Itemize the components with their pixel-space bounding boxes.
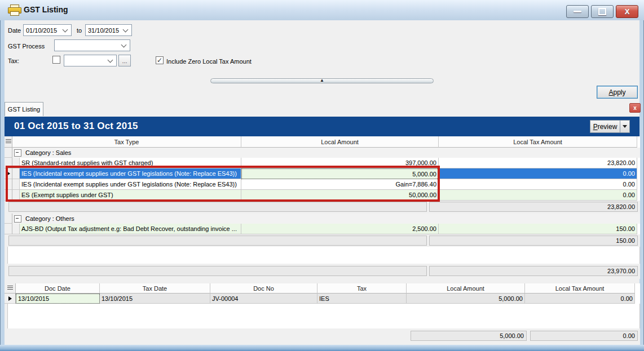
subtotal-value: 23,820.00 [429,202,638,212]
collapse-splitter[interactable]: ▲ [210,78,434,83]
date-to-input[interactable]: 31/10/2015 [85,24,132,36]
column-header-local-amount[interactable]: Local Amount [407,283,525,294]
column-header-doc-no[interactable]: Doc No [210,283,317,294]
column-chooser-icon [7,286,13,291]
focused-cell[interactable]: 5,000.00 [241,168,439,179]
date-label: Date [8,27,21,34]
close-button[interactable]: X [616,5,638,18]
date-from-input[interactable]: 01/10/2015 [23,24,72,36]
row-indicator-icon [7,171,10,176]
grid-empty-area [7,247,640,264]
maximize-icon [598,8,606,15]
gst-process-label: GST Process [8,43,45,50]
group-row-sales[interactable]: Category : Sales [5,148,640,158]
apply-button[interactable]: Apply [597,86,638,99]
column-header-tax-date[interactable]: Tax Date [100,283,210,294]
table-row[interactable]: SR (Standard-rated supplies with GST cha… [5,158,640,168]
tab-gst-listing[interactable]: GST Listing [5,102,43,116]
subtotal-value: 150.00 [429,236,638,246]
summary-grid: Tax Type Local Amount Local Tax Amount C… [5,136,640,279]
column-header-local-tax-amount[interactable]: Local Tax Amount [525,283,635,294]
tax-select[interactable] [64,55,117,66]
tax-label: Tax: [8,57,19,64]
chevron-down-icon [63,26,68,32]
to-label: to [77,27,82,34]
group-row-others[interactable]: Category : Others [5,214,640,224]
report-title: 01 Oct 2015 to 31 Oct 2015 [14,121,138,132]
table-row[interactable]: IES (Incidental exempt supplies under GS… [5,179,640,190]
chevron-down-icon [121,42,127,47]
grand-total-value: 23,970.00 [429,266,638,276]
chevron-down-icon [623,125,627,128]
preview-button[interactable]: Preview [590,120,620,133]
collapse-minus-icon[interactable] [14,215,21,223]
minimize-icon [574,11,581,12]
detail-grid: Doc Date Tax Date Doc No Tax Local Amoun… [5,283,640,345]
chevron-down-icon [108,57,113,63]
column-header-local-tax-amount[interactable]: Local Tax Amount [439,136,637,148]
table-row[interactable]: ES (Exempt supplies under GST) 50,000.00… [5,190,640,201]
tax-browse-button[interactable]: ... [118,55,131,66]
column-header-local-amount[interactable]: Local Amount [241,136,439,148]
table-row-selected[interactable]: IES (Incidental exempt supplies under GS… [5,168,640,179]
column-header-doc-date[interactable]: Doc Date [16,283,100,294]
maximize-button[interactable] [591,5,614,18]
include-zero-label: Include Zero Local Tax Amount [166,58,252,65]
gst-process-select[interactable] [54,39,130,51]
chevron-up-icon: ▲ [320,78,324,83]
column-chooser-button[interactable] [5,136,12,148]
window-frame-bottom [0,345,644,351]
preview-dropdown-button[interactable] [620,120,630,133]
column-chooser-icon [6,139,11,144]
total-local-tax-amount: 0.00 [530,331,638,341]
column-header-tax[interactable]: Tax [317,283,407,294]
collapse-minus-icon[interactable] [14,149,21,157]
gst-listing-window: GST Listing X Date 01/10/2015 to 31/10/2… [0,0,644,351]
row-indicator-icon [8,296,12,301]
report-header: 01 Oct 2015 to 31 Oct 2015 Preview [5,117,639,136]
column-header-tax-type[interactable]: Tax Type [12,136,241,148]
table-row-selected[interactable]: 13/10/2015 13/10/2015 JV-00004 IES 5,000… [5,294,640,304]
column-chooser-button[interactable] [5,283,16,294]
include-zero-checkbox[interactable]: ✓ [156,56,164,64]
printer-icon [8,5,21,16]
title-bar: GST Listing X [0,0,644,20]
table-row[interactable]: AJS-BD (Output Tax adjustment e.g: Bad D… [5,224,640,234]
tax-checkbox[interactable] [52,56,60,64]
close-icon: X [625,7,630,16]
tab-close-button[interactable]: x [629,103,641,113]
window-title: GST Listing [24,5,68,14]
total-local-amount: 5,000.00 [411,331,527,341]
grid-empty-area [7,304,640,328]
focused-cell[interactable]: 13/10/2015 [16,294,100,304]
minimize-button[interactable] [566,5,589,18]
chevron-down-icon [123,26,129,32]
